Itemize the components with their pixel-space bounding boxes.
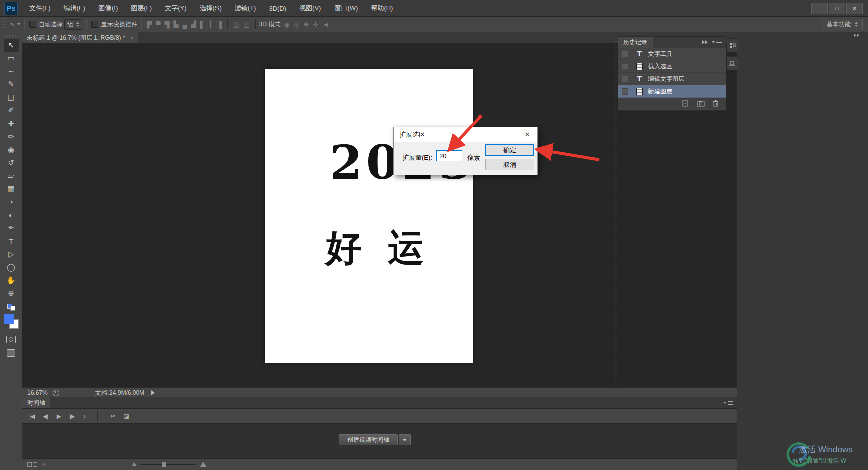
- tool-eraser[interactable]: ▱: [4, 169, 19, 182]
- 3d-roll-icon[interactable]: ◎: [292, 21, 301, 28]
- tool-rectangular-marquee[interactable]: ▭: [4, 52, 19, 65]
- tool-eyedropper[interactable]: ✐: [4, 104, 19, 117]
- tool-path-selection[interactable]: ▷: [4, 248, 19, 261]
- flowchart-arrow-icon[interactable]: ⇗: [41, 461, 46, 468]
- foreground-color-swatch[interactable]: [4, 314, 14, 324]
- create-timeline-dropdown-button[interactable]: [399, 434, 411, 445]
- collapse-panel-icon[interactable]: [702, 40, 708, 44]
- history-item-edit-type-layer[interactable]: T 编辑文字图层: [618, 73, 726, 85]
- next-frame-icon[interactable]: |▶: [69, 413, 74, 420]
- 3d-scale-icon[interactable]: ◄: [320, 21, 331, 28]
- align-right-icon[interactable]: ▟: [189, 21, 198, 28]
- history-item-new-layer[interactable]: 新建图层: [618, 85, 726, 98]
- maximize-button[interactable]: □: [829, 3, 845, 14]
- menu-help[interactable]: 帮助(H): [364, 0, 399, 16]
- status-options-arrow-icon[interactable]: [151, 390, 155, 395]
- new-document-from-state-icon[interactable]: [681, 100, 689, 107]
- quick-mask-button[interactable]: [6, 336, 16, 343]
- document-page[interactable]: [265, 69, 473, 363]
- align-left-icon[interactable]: ▙: [171, 21, 180, 28]
- collapsed-panel-3d-button[interactable]: [727, 56, 738, 70]
- document-tab[interactable]: 未标题-1 @ 16.7% (图层 1, RGB/8) * ×: [22, 32, 138, 43]
- auto-select-mode-dropdown[interactable]: 组: [64, 19, 82, 30]
- show-transform-checkbox[interactable]: [91, 21, 98, 28]
- dialog-close-icon[interactable]: ✕: [517, 127, 537, 142]
- menu-image[interactable]: 图像(I): [92, 0, 124, 16]
- menu-file[interactable]: 文件(F): [23, 0, 57, 16]
- minimize-button[interactable]: –: [811, 3, 828, 14]
- close-button[interactable]: ✕: [846, 3, 863, 14]
- ok-button[interactable]: 确定: [485, 144, 534, 156]
- distribute-left-icon[interactable]: ▌: [198, 21, 207, 28]
- align-hcenter-icon[interactable]: ▄: [180, 21, 189, 28]
- zoom-level-field[interactable]: 16.67%: [27, 389, 48, 396]
- tool-clone-stamp[interactable]: ◉: [4, 143, 19, 156]
- auto-align-icon[interactable]: ◫: [231, 21, 241, 28]
- default-colors-icon[interactable]: [7, 304, 15, 311]
- align-bottom-icon[interactable]: ▜: [162, 21, 171, 28]
- tool-brush[interactable]: ✏: [4, 130, 19, 143]
- previous-frame-icon[interactable]: ◀|: [43, 413, 48, 420]
- align-top-icon[interactable]: ▛: [145, 21, 154, 28]
- timeline-zoom-handle[interactable]: [162, 462, 166, 467]
- move-tool-preset-icon[interactable]: ↖: [8, 21, 17, 28]
- tool-gradient[interactable]: ▦: [4, 182, 19, 195]
- tool-shape[interactable]: ◯: [4, 261, 19, 274]
- history-source-checkbox[interactable]: [622, 88, 628, 95]
- tool-quick-selection[interactable]: ✎: [4, 78, 19, 91]
- tool-horizontal-type[interactable]: T: [4, 234, 19, 248]
- history-item-type-tool[interactable]: T 文字工具: [618, 48, 726, 60]
- zoom-out-mountain-icon[interactable]: [132, 462, 137, 466]
- tool-lasso[interactable]: ∽: [4, 65, 19, 78]
- workspace-switcher[interactable]: 基本功能: [822, 19, 863, 30]
- transition-icon[interactable]: ◪: [123, 413, 128, 420]
- create-video-timeline-button[interactable]: 创建视频时间轴: [339, 434, 398, 445]
- auto-select-checkbox[interactable]: [29, 21, 36, 28]
- history-item-load-selection[interactable]: 载入选区: [618, 60, 726, 73]
- audio-toggle-icon[interactable]: ♪: [83, 413, 85, 420]
- menu-edit[interactable]: 编辑(E): [57, 0, 92, 16]
- first-frame-icon[interactable]: |◀: [29, 413, 34, 420]
- tools-panel-grabber[interactable]: [6, 35, 16, 37]
- split-scissors-icon[interactable]: ✂: [110, 413, 115, 420]
- tool-crop[interactable]: ◱: [4, 91, 19, 104]
- panel-menu-icon[interactable]: [712, 41, 722, 44]
- delete-state-trash-icon[interactable]: [713, 100, 719, 107]
- menu-type[interactable]: 文字(Y): [158, 0, 193, 16]
- play-icon[interactable]: ▶: [57, 413, 61, 420]
- frame-size-small-icon[interactable]: [27, 462, 32, 467]
- zoom-in-mountain-icon[interactable]: [200, 462, 207, 467]
- history-source-checkbox[interactable]: [622, 76, 628, 82]
- tool-hand[interactable]: ✋: [4, 274, 19, 287]
- screen-mode-button[interactable]: [7, 349, 15, 357]
- 3d-slide-icon[interactable]: ✜: [311, 21, 320, 28]
- history-source-checkbox[interactable]: [622, 63, 628, 70]
- expand-by-input[interactable]: 20: [436, 150, 462, 161]
- auto-spread-icon[interactable]: ◫: [241, 21, 251, 28]
- new-snapshot-camera-icon[interactable]: [697, 100, 705, 107]
- cancel-button[interactable]: 取消: [485, 159, 534, 170]
- distribute-right-icon[interactable]: ▐: [215, 21, 224, 28]
- tool-spot-healing-brush[interactable]: ✚: [4, 117, 19, 130]
- menu-layer[interactable]: 图层(L): [124, 0, 158, 16]
- menu-window[interactable]: 窗口(W): [328, 0, 364, 16]
- timeline-zoom-slider[interactable]: [141, 464, 196, 465]
- tab-timeline[interactable]: 时间轴: [22, 397, 50, 408]
- panel-menu-icon[interactable]: [723, 401, 733, 405]
- collapsed-panel-properties-button[interactable]: [727, 38, 738, 52]
- tool-blur[interactable]: ◔: [4, 195, 19, 208]
- menu-filter[interactable]: 滤镜(T): [228, 0, 263, 16]
- tool-move[interactable]: ↖: [4, 39, 19, 52]
- history-source-checkbox[interactable]: [622, 51, 628, 57]
- tool-preset-dropdown-icon[interactable]: [17, 23, 20, 25]
- menu-select[interactable]: 选择(S): [193, 0, 228, 16]
- tab-history[interactable]: 历史记录: [618, 37, 653, 48]
- menu-3d[interactable]: 3D(D): [262, 0, 293, 16]
- dock-collapse-icon[interactable]: [854, 33, 859, 37]
- tool-zoom[interactable]: ⊕: [4, 287, 19, 300]
- align-vcenter-icon[interactable]: ▀: [154, 21, 162, 28]
- frame-size-medium-icon[interactable]: [33, 462, 37, 467]
- 3d-pan-icon[interactable]: ✥: [301, 21, 311, 28]
- tool-pen[interactable]: ✒: [4, 221, 19, 234]
- tool-dodge[interactable]: ◐: [4, 208, 19, 221]
